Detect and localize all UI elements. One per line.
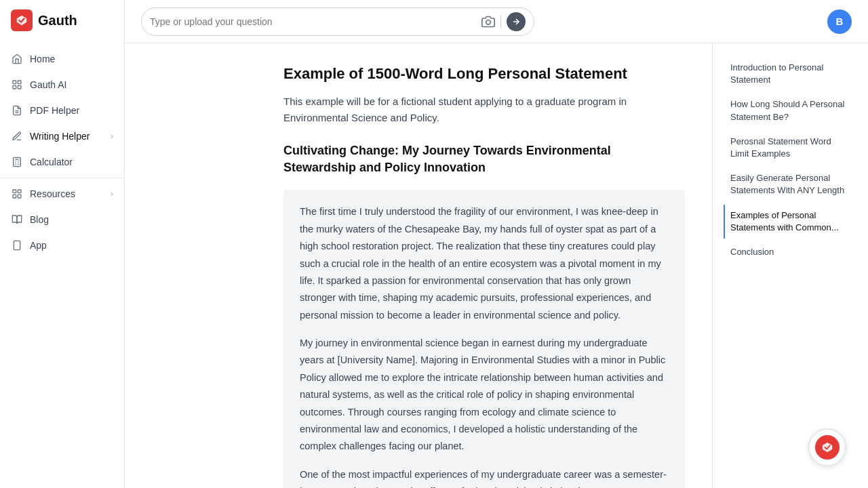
svg-rect-6 xyxy=(14,157,21,166)
toc-item-generate[interactable]: Easily Generate Personal Statements With… xyxy=(724,167,857,201)
search-divider xyxy=(500,15,501,28)
toc-sidebar: Introduction to Personal Statement How L… xyxy=(712,43,868,488)
sidebar-item-pdf-helper-label: PDF Helper xyxy=(30,105,79,116)
float-button-icon xyxy=(815,435,840,460)
sidebar-item-blog-label: Blog xyxy=(30,214,49,225)
sidebar-item-resources[interactable]: Resources › xyxy=(0,181,124,207)
sidebar-item-gauth-ai[interactable]: Gauth AI xyxy=(0,72,124,98)
sidebar-item-writing-helper-label: Writing Helper xyxy=(30,131,90,142)
svg-rect-15 xyxy=(18,190,21,193)
sidebar-item-home-label: Home xyxy=(30,54,55,64)
float-button[interactable] xyxy=(808,428,846,466)
calculator-icon xyxy=(11,156,23,168)
toc-item-examples[interactable]: Examples of Personal Statements with Com… xyxy=(724,205,857,239)
sidebar-item-pdf-helper[interactable]: PDF Helper xyxy=(0,98,124,123)
article-subtitle: Cultivating Change: My Journey Towards E… xyxy=(283,142,685,176)
svg-rect-16 xyxy=(13,195,16,198)
sidebar-item-blog[interactable]: Blog xyxy=(0,207,124,232)
content-area: Example of 1500-Word Long Personal State… xyxy=(250,43,712,488)
quote-block: The first time I truly understood the fr… xyxy=(283,190,685,488)
home-icon xyxy=(11,53,23,65)
gauth-ai-icon xyxy=(11,79,23,91)
topbar: B xyxy=(125,0,868,43)
svg-rect-0 xyxy=(13,81,16,84)
article-title: Example of 1500-Word Long Personal State… xyxy=(283,65,685,83)
resources-icon xyxy=(11,188,23,200)
sidebar-item-home[interactable]: Home xyxy=(0,46,124,72)
pdf-icon xyxy=(11,104,23,117)
search-bar xyxy=(141,7,534,36)
svg-rect-17 xyxy=(18,195,21,198)
sidebar-item-calculator-label: Calculator xyxy=(30,157,73,167)
toc-item-word-limit[interactable]: Perosnal Statement Word Limit Examples xyxy=(724,131,857,165)
sidebar: Gauth Home Gauth AI xyxy=(0,0,125,488)
logo-icon xyxy=(11,9,33,31)
quote-para-2: My journey in environmental science bega… xyxy=(300,335,669,455)
svg-rect-2 xyxy=(13,85,16,89)
logo[interactable]: Gauth xyxy=(0,0,124,41)
svg-rect-1 xyxy=(18,81,21,84)
logo-text: Gauth xyxy=(38,13,77,28)
svg-point-20 xyxy=(486,20,491,24)
writing-icon xyxy=(11,130,23,142)
sidebar-item-app[interactable]: App xyxy=(0,232,124,258)
sidebar-item-resources-label: Resources xyxy=(30,188,75,199)
writing-helper-chevron: › xyxy=(111,131,113,141)
toc-item-intro[interactable]: Introduction to Personal Statement xyxy=(724,57,857,91)
quote-para-3: One of the most impactful experiences of… xyxy=(300,466,669,488)
resources-chevron: › xyxy=(111,189,113,199)
article-intro: This example will be for a fictional stu… xyxy=(283,94,685,126)
toc-item-conclusion[interactable]: Conclusion xyxy=(724,241,857,263)
camera-icon[interactable] xyxy=(481,15,495,28)
svg-rect-3 xyxy=(18,85,21,89)
sidebar-item-writing-helper[interactable]: Writing Helper › xyxy=(0,123,124,149)
nav-divider xyxy=(0,178,124,178)
quote-para-1: The first time I truly understood the fr… xyxy=(300,203,669,324)
sidebar-item-gauth-ai-label: Gauth AI xyxy=(30,79,66,90)
sidebar-item-calculator[interactable]: Calculator xyxy=(0,149,124,175)
app-icon xyxy=(11,239,23,251)
toc-item-how-long[interactable]: How Long Should A Personal Statement Be? xyxy=(724,94,857,127)
sidebar-item-app-label: App xyxy=(30,240,47,251)
svg-rect-14 xyxy=(13,190,16,193)
main-wrapper: Example of 1500-Word Long Personal State… xyxy=(250,43,868,488)
search-input[interactable] xyxy=(150,16,476,27)
user-avatar[interactable]: B xyxy=(827,9,852,34)
search-submit-button[interactable] xyxy=(507,12,526,31)
blog-icon xyxy=(11,214,23,226)
